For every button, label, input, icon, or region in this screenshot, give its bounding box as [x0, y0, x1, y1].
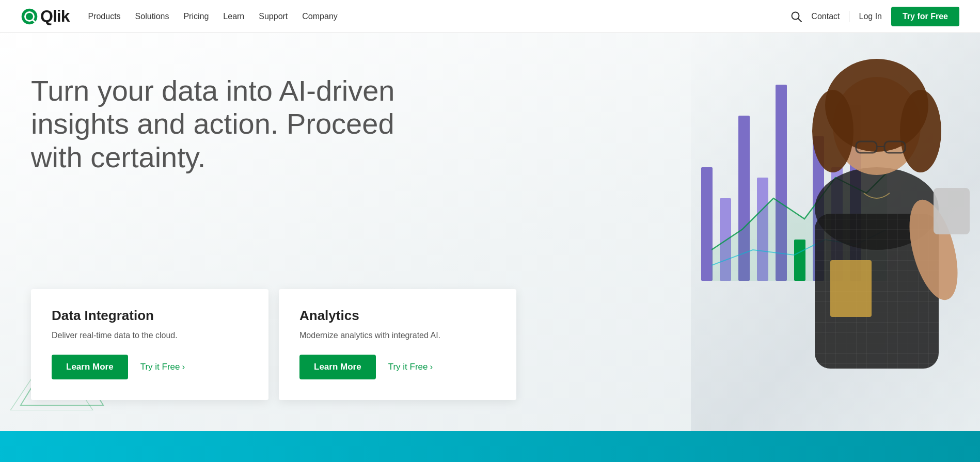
hero-section: Turn your data into AI-driven insights a…: [0, 33, 980, 462]
data-integration-card: Data Integration Deliver real-time data …: [31, 289, 268, 400]
svg-rect-24: [830, 260, 872, 317]
cards-section: Data Integration Deliver real-time data …: [31, 289, 516, 400]
bottom-strip: [0, 431, 980, 462]
svg-point-18: [812, 90, 853, 172]
analytics-card: Analytics Modernize analytics with integ…: [279, 289, 516, 400]
analytics-title: Analytics: [299, 308, 496, 324]
hero-headline: Turn your data into AI-driven insights a…: [31, 74, 434, 174]
chevron-right-icon: ›: [182, 362, 185, 372]
logo[interactable]: Qlik: [21, 7, 69, 26]
analytics-learn-more[interactable]: Learn More: [299, 355, 376, 379]
hero-content: Turn your data into AI-driven insights a…: [0, 33, 465, 174]
contact-link[interactable]: Contact: [811, 12, 840, 21]
main-nav: Products Solutions Pricing Learn Support…: [88, 12, 337, 21]
data-integration-desc: Deliver real-time data to the cloud.: [52, 331, 248, 340]
data-integration-try-free[interactable]: Try it Free ›: [140, 362, 185, 372]
nav-pricing[interactable]: Pricing: [183, 12, 209, 21]
site-header: Qlik Products Solutions Pricing Learn Su…: [0, 0, 980, 33]
analytics-desc: Modernize analytics with integrated AI.: [299, 331, 496, 340]
nav-learn[interactable]: Learn: [223, 12, 244, 21]
analytics-actions: Learn More Try it Free ›: [299, 355, 496, 379]
nav-company[interactable]: Company: [302, 12, 337, 21]
search-icon: [791, 11, 802, 22]
data-integration-learn-more[interactable]: Learn More: [52, 355, 128, 379]
search-button[interactable]: [791, 11, 802, 22]
data-integration-title: Data Integration: [52, 308, 248, 324]
nav-support[interactable]: Support: [259, 12, 288, 21]
nav-solutions[interactable]: Solutions: [135, 12, 169, 21]
svg-line-4: [798, 19, 801, 22]
nav-products[interactable]: Products: [88, 12, 120, 21]
header-divider: [849, 11, 849, 22]
svg-point-19: [900, 90, 941, 172]
header-left: Qlik Products Solutions Pricing Learn Su…: [21, 7, 338, 26]
hero-image-area: [441, 33, 980, 462]
logo-text: Qlik: [40, 7, 69, 26]
login-link[interactable]: Log In: [859, 12, 881, 21]
analytics-try-free[interactable]: Try it Free ›: [388, 362, 433, 372]
header-right: Contact Log In Try for Free: [791, 7, 959, 26]
chevron-right-icon-2: ›: [430, 362, 433, 372]
try-free-button[interactable]: Try for Free: [891, 7, 959, 26]
person-silhouette: [681, 43, 980, 436]
data-integration-actions: Learn More Try it Free ›: [52, 355, 248, 379]
qlik-logo-icon: [21, 8, 38, 25]
svg-rect-23: [934, 188, 970, 234]
